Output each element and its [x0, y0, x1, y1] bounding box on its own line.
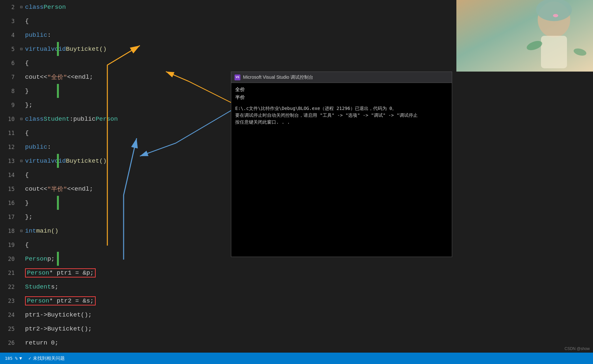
line-number-18: 18 — [0, 228, 18, 234]
line-number-9: 9 — [0, 102, 18, 108]
code-line-17: 17 }; — [0, 210, 228, 224]
code-content-24: ptr1->Buyticket(); — [25, 311, 228, 318]
line-number-6: 6 — [0, 60, 18, 66]
code-lines: 2⊟class Person3 {4 public:5⊟ virtual voi… — [0, 0, 228, 350]
green-margin-8 — [57, 84, 59, 98]
code-content-22: Student s; — [25, 283, 228, 290]
hint-line1: 要在调试停止时自动关闭控制台，请启用 "工具" -> "选项" -> "调试" … — [235, 112, 448, 119]
code-line-19: 19 { — [0, 238, 228, 252]
line-number-21: 21 — [0, 270, 18, 276]
code-content-13: virtual void Buyticket() — [25, 157, 228, 165]
code-line-8: 8 } — [0, 84, 228, 98]
console-window[interactable]: VS Microsoft Visual Studio 调试控制台 全价 半价 E… — [231, 72, 452, 257]
line-number-23: 23 — [0, 298, 18, 304]
svg-point-7 — [553, 14, 558, 17]
code-content-6: { — [25, 60, 228, 67]
code-line-16: 16 } — [0, 196, 228, 210]
code-line-26: 26 return 0; — [0, 336, 228, 350]
green-margin-16 — [57, 196, 59, 210]
code-content-14: { — [25, 171, 228, 179]
code-content-17: }; — [25, 213, 228, 221]
svg-rect-6 — [541, 36, 567, 68]
code-line-20: 20 Person p; — [0, 252, 228, 266]
line-number-12: 12 — [0, 144, 18, 150]
code-content-25: ptr2->Buyticket(); — [25, 325, 228, 332]
code-content-4: public: — [25, 32, 228, 39]
code-content-20: Person p; — [25, 255, 228, 263]
code-content-2: class Person — [25, 4, 228, 11]
line-number-8: 8 — [0, 88, 18, 94]
line-number-7: 7 — [0, 74, 18, 80]
line-number-22: 22 — [0, 284, 18, 290]
code-line-25: 25 ptr2->Buyticket(); — [0, 322, 228, 336]
line-number-11: 11 — [0, 130, 18, 136]
code-content-23: Person* ptr2 = &s; — [25, 296, 228, 305]
code-content-21: Person* ptr1 = &p; — [25, 268, 228, 277]
svg-rect-3 — [456, 0, 593, 72]
code-line-4: 4 public: — [0, 28, 228, 42]
fold-10[interactable]: ⊟ — [18, 116, 25, 122]
code-line-2: 2⊟class Person — [0, 0, 228, 14]
zoom-indicator[interactable]: 185 % — [5, 356, 18, 361]
green-margin-13 — [57, 154, 59, 168]
red-box-23: Person* ptr2 = &s; — [25, 296, 96, 305]
line-number-10: 10 — [0, 116, 18, 122]
anime-image — [456, 0, 593, 72]
code-content-7: cout << "全价" << endl; — [25, 73, 228, 81]
line-number-4: 4 — [0, 32, 18, 38]
output-line-2: 半价 — [235, 94, 448, 102]
code-editor: 2⊟class Person3 {4 public:5⊟ virtual voi… — [0, 0, 228, 364]
line-number-19: 19 — [0, 242, 18, 248]
fold-5[interactable]: ⊟ — [18, 47, 25, 52]
code-line-7: 7 cout << "全价" << endl; — [0, 70, 228, 84]
code-line-24: 24 ptr1->Buyticket(); — [0, 308, 228, 322]
green-margin-5 — [57, 42, 59, 56]
code-content-15: cout << "半价" << endl; — [25, 185, 228, 193]
console-titlebar: VS Microsoft Visual Studio 调试控制台 — [231, 72, 452, 83]
code-line-12: 12 public: — [0, 140, 228, 154]
watermark: CSDN @show — [564, 346, 590, 351]
line-number-5: 5 — [0, 46, 18, 52]
bottom-bar: 185 % ▼ ✓ 未找到相关问题 — [0, 353, 593, 364]
hint-line2: 按任意键关闭此窗口. . . — [235, 119, 448, 126]
output-line-1: 全价 — [235, 86, 448, 94]
code-line-11: 11 { — [0, 126, 228, 140]
line-number-3: 3 — [0, 18, 18, 24]
code-line-9: 9 }; — [0, 98, 228, 112]
code-content-10: class Student :public Person — [25, 115, 228, 123]
code-content-26: return 0; — [25, 339, 228, 346]
line-number-26: 26 — [0, 340, 18, 346]
code-content-18: int main() — [25, 227, 228, 235]
fold-2[interactable]: ⊟ — [18, 5, 25, 10]
line-number-2: 2 — [0, 4, 18, 10]
code-line-13: 13⊟ virtual void Buyticket() — [0, 154, 228, 168]
line-number-15: 15 — [0, 186, 18, 192]
line-number-14: 14 — [0, 172, 18, 178]
code-content-19: { — [25, 241, 228, 249]
code-line-15: 15 cout << "半价" << endl; — [0, 182, 228, 196]
code-line-18: 18⊟int main() — [0, 224, 228, 238]
line-number-17: 17 — [0, 214, 18, 220]
code-line-23: 23 Person* ptr2 = &s; — [0, 294, 228, 308]
line-number-25: 25 — [0, 326, 18, 332]
process-info: E:\.c文件\比特作业\Debug\BLOG.exe（进程 21296）已退出… — [235, 105, 448, 112]
code-line-14: 14 { — [0, 168, 228, 182]
code-line-3: 3 { — [0, 14, 228, 28]
line-number-13: 13 — [0, 158, 18, 164]
red-box-21: Person* ptr1 = &p; — [25, 268, 96, 277]
code-line-22: 22 Student s; — [0, 280, 228, 294]
vs-icon: VS — [235, 74, 240, 80]
fold-13[interactable]: ⊟ — [18, 158, 25, 164]
code-content-8: } — [25, 88, 228, 95]
console-title: Microsoft Visual Studio 调试控制台 — [243, 74, 313, 80]
code-line-10: 10⊟class Student :public Person — [0, 112, 228, 126]
code-content-3: { — [25, 18, 228, 25]
line-number-24: 24 — [0, 312, 18, 318]
fold-18[interactable]: ⊟ — [18, 228, 25, 234]
line-number-20: 20 — [0, 256, 18, 262]
anime-decorative — [456, 0, 593, 72]
code-content-5: virtual void Buyticket() — [25, 46, 228, 53]
error-label: 未找到相关问题 — [33, 356, 65, 361]
code-content-11: { — [25, 129, 228, 137]
code-line-21: 21 Person* ptr1 = &p; — [0, 266, 228, 280]
